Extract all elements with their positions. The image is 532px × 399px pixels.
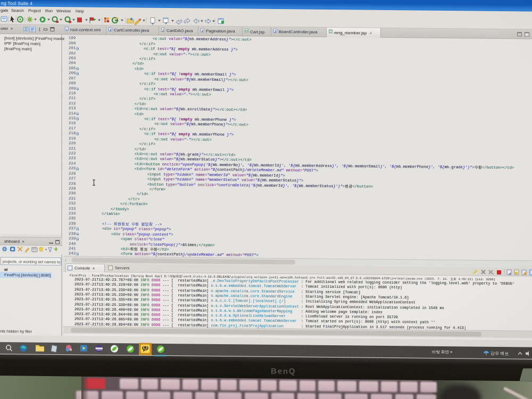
svg-text:강우 예보: 강우 예보 [491, 351, 509, 356]
